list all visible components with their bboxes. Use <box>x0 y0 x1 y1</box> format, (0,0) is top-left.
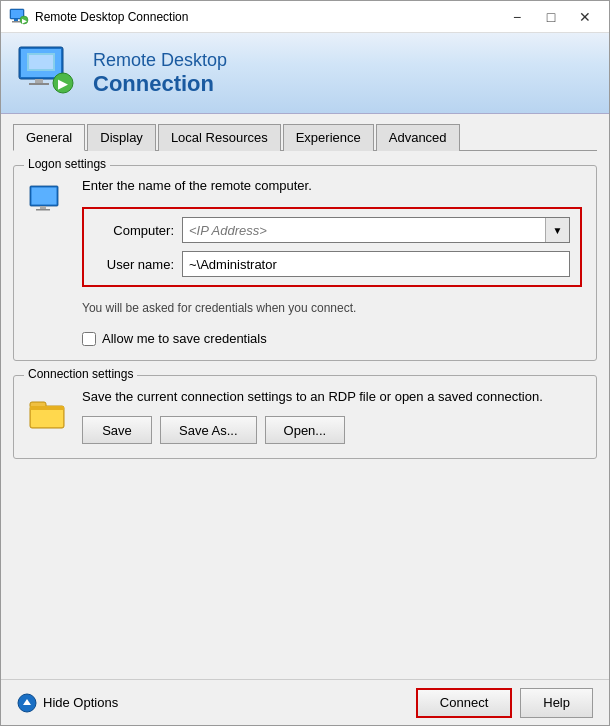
window: ▶ Remote Desktop Connection − □ ✕ ▶ Remo… <box>0 0 610 726</box>
hide-options-icon <box>17 693 37 713</box>
title-bar: ▶ Remote Desktop Connection − □ ✕ <box>1 1 609 33</box>
help-button[interactable]: Help <box>520 688 593 718</box>
app-icon: ▶ <box>9 7 29 27</box>
header-line1: Remote Desktop <box>93 50 227 71</box>
tab-display[interactable]: Display <box>87 124 156 151</box>
highlighted-fields: Computer: ▼ User name: <box>82 207 582 287</box>
computer-dropdown[interactable]: ▼ <box>182 217 570 243</box>
svg-rect-15 <box>32 188 57 205</box>
logon-settings-title: Logon settings <box>24 157 110 171</box>
tab-local-resources[interactable]: Local Resources <box>158 124 281 151</box>
open-button[interactable]: Open... <box>265 416 346 444</box>
allow-save-label: Allow me to save credentials <box>102 331 267 346</box>
svg-rect-2 <box>14 19 18 21</box>
svg-rect-9 <box>29 55 53 69</box>
username-input[interactable] <box>182 251 570 277</box>
maximize-button[interactable]: □ <box>535 5 567 29</box>
svg-rect-16 <box>40 206 46 209</box>
tab-general[interactable]: General <box>13 124 85 151</box>
main-content: General Display Local Resources Experien… <box>1 114 609 679</box>
monitor-icon: ▶ <box>17 45 81 101</box>
bottom-right-buttons: Connect Help <box>416 688 593 718</box>
hide-options-label: Hide Options <box>43 695 118 710</box>
svg-rect-21 <box>30 406 64 410</box>
header-title: Remote Desktop Connection <box>93 50 227 97</box>
computer-label: Computer: <box>94 223 174 238</box>
bottom-bar: Hide Options Connect Help <box>1 679 609 725</box>
logon-fields: Enter the name of the remote computer. C… <box>82 178 582 346</box>
connection-settings-group: Connection settings Save the current con… <box>13 375 597 459</box>
title-bar-buttons: − □ ✕ <box>501 5 601 29</box>
connection-settings-inner: Save the current connection settings to … <box>28 388 582 444</box>
connection-description: Save the current connection settings to … <box>82 388 582 406</box>
svg-text:▶: ▶ <box>58 77 68 91</box>
computer-dropdown-arrow[interactable]: ▼ <box>545 218 569 242</box>
svg-text:▶: ▶ <box>22 18 27 24</box>
hide-options[interactable]: Hide Options <box>17 693 118 713</box>
computer-field-row: Computer: ▼ <box>94 217 570 243</box>
allow-save-checkbox[interactable] <box>82 332 96 346</box>
username-field-row: User name: <box>94 251 570 277</box>
username-label: User name: <box>94 257 174 272</box>
svg-rect-17 <box>36 209 50 211</box>
logon-computer-icon <box>28 182 68 222</box>
header-line2: Connection <box>93 71 227 97</box>
username-input-wrap <box>182 251 570 277</box>
tab-experience[interactable]: Experience <box>283 124 374 151</box>
save-button[interactable]: Save <box>82 416 152 444</box>
svg-rect-3 <box>12 21 20 23</box>
svg-rect-10 <box>35 79 43 83</box>
computer-input[interactable] <box>183 218 545 242</box>
save-as-button[interactable]: Save As... <box>160 416 257 444</box>
svg-rect-1 <box>11 10 23 18</box>
logon-settings-group: Logon settings Enter the name of the rem… <box>13 165 597 361</box>
connection-right: Save the current connection settings to … <box>82 388 582 444</box>
folder-icon <box>28 392 68 432</box>
tab-advanced[interactable]: Advanced <box>376 124 460 151</box>
connect-button[interactable]: Connect <box>416 688 512 718</box>
logon-description: Enter the name of the remote computer. <box>82 178 582 193</box>
credentials-note: You will be asked for credentials when y… <box>82 301 582 315</box>
tab-bar: General Display Local Resources Experien… <box>13 124 597 151</box>
connection-settings-title: Connection settings <box>24 367 137 381</box>
svg-rect-11 <box>29 83 49 85</box>
logon-settings-inner: Enter the name of the remote computer. C… <box>28 178 582 346</box>
header-banner: ▶ Remote Desktop Connection <box>1 33 609 114</box>
allow-save-row: Allow me to save credentials <box>82 331 582 346</box>
connection-buttons: Save Save As... Open... <box>82 416 582 444</box>
minimize-button[interactable]: − <box>501 5 533 29</box>
close-button[interactable]: ✕ <box>569 5 601 29</box>
window-title: Remote Desktop Connection <box>35 10 501 24</box>
